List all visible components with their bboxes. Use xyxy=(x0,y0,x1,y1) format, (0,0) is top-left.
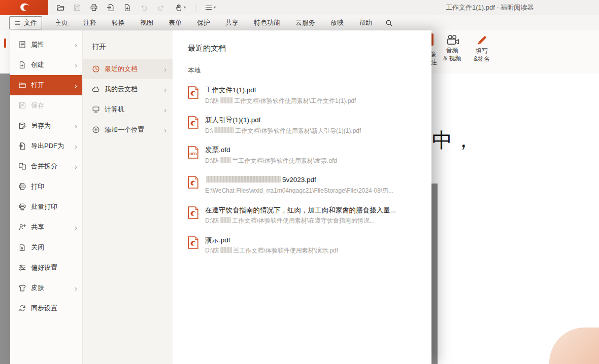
file-menu-item-export-pdf[interactable]: 导出PDF为› xyxy=(10,136,82,156)
text-segment: D:\防 xyxy=(205,97,219,104)
document-page: 中， xyxy=(425,74,599,184)
menubar-item-6[interactable]: 共享 xyxy=(218,18,246,27)
file-menu-item-properties[interactable]: 属性› xyxy=(10,34,82,55)
file-menu-item-label: 合并拆分 xyxy=(31,162,57,171)
open-panel-item-label: 我的云文档 xyxy=(105,85,138,94)
menubar-item-1[interactable]: 注释 xyxy=(76,18,104,27)
svg-text:OFD: OFD xyxy=(189,152,196,156)
chevron-right-icon: › xyxy=(75,82,77,89)
save-button xyxy=(70,1,84,14)
file-name: 新人引导(1)(1).pdf xyxy=(205,115,361,125)
file-menu-item-label: 批量打印 xyxy=(31,202,57,211)
menubar-item-2[interactable]: 转换 xyxy=(104,18,132,27)
export-pdf-button[interactable] xyxy=(104,1,117,14)
file-menu-item-save-as[interactable]: 另存为› xyxy=(10,116,82,136)
foxit-swirl-icon xyxy=(19,2,30,13)
file-menu-item-label: 导出PDF为 xyxy=(31,141,64,151)
file-menu-item-preferences[interactable]: 偏好设置 xyxy=(10,258,82,278)
file-path: D:\防工作文档\体验软件使用素材\在遵守饮食指南的情况... xyxy=(205,217,396,225)
menubar-item-0[interactable]: 主页 xyxy=(47,18,76,27)
file-info: 新人引导(1)(1).pdfD:\工作文档\体验软件使用素材\新人引导(1)(1… xyxy=(205,115,361,135)
recent-file-row[interactable]: OFD发票.ofdD:\防兰工作文档\体验软件使用素材\发票.ofd xyxy=(188,140,420,170)
menubar-item-3[interactable]: 视图 xyxy=(132,18,161,27)
menubar-item-9[interactable]: 放映 xyxy=(323,18,351,27)
menubar-item-8[interactable]: 云服务 xyxy=(288,18,323,27)
file-menu-item-sync[interactable]: 同步设置 xyxy=(10,298,82,318)
recent-file-row[interactable]: 5v2023.pdfE:\WeChat Files\wxid_rra1m04nq… xyxy=(188,170,420,200)
text-segment: 5v2023.pdf xyxy=(282,176,316,184)
pdf-file-icon xyxy=(188,236,198,249)
file-name: 发票.ofd xyxy=(205,145,337,155)
menubar-item-10[interactable]: 帮助 xyxy=(351,18,380,27)
open-panel-item-add-place[interactable]: 添加一个位置› xyxy=(83,120,173,140)
menubar-item-5[interactable]: 保护 xyxy=(189,18,218,27)
open-panel-item-recent-docs[interactable]: 最近的文档› xyxy=(83,59,173,79)
recent-file-row[interactable]: 在遵守饮食指南的情况下，红肉，加工肉和家禽的膳食摄入量...D:\防工作文档\体… xyxy=(188,200,420,230)
recent-file-row[interactable]: 演示.pdfD:\防兰工作文档\体验软件使用素材\演示.pdf xyxy=(188,230,420,260)
file-menu-item-batch-print[interactable]: 批量打印 xyxy=(10,197,82,217)
clock-icon xyxy=(92,65,100,73)
open-options-list: 最近的文档›我的云文档›计算机›添加一个位置› xyxy=(83,59,173,140)
print-button[interactable] xyxy=(87,1,101,14)
file-menu-item-label: 打开 xyxy=(31,81,44,90)
file-menu-item-close[interactable]: 关闭 xyxy=(10,237,82,258)
chevron-down-icon: ▾ xyxy=(214,6,216,10)
menubar-item-7[interactable]: 特色功能 xyxy=(246,18,288,27)
recent-file-row[interactable]: 新人引导(1)(1).pdfD:\工作文档\体验软件使用素材\新人引导(1)(1… xyxy=(188,110,420,140)
hand-tool-icon xyxy=(175,4,183,12)
recent-file-row[interactable]: 工作文件1(1).pdfD:\防工作文档\体验软件使用素材\工作文件1(1).p… xyxy=(188,80,420,110)
ofd-file-icon: OFD xyxy=(188,146,198,159)
menubar-item-4[interactable]: 表单 xyxy=(161,18,189,27)
file-menu-item-skin[interactable]: 皮肤› xyxy=(10,278,82,298)
quick-toolbar: ▾ ▾ xyxy=(53,1,220,14)
skin-icon xyxy=(18,284,26,292)
chevron-right-icon: › xyxy=(75,142,77,150)
add-place-icon xyxy=(92,126,100,134)
foxit-reader-window: ▾ ▾ 工作文件1(1).pdf - 福昕阅读器 文件 主页注释转换视图表单保护… xyxy=(0,0,599,364)
file-menu-tab[interactable]: 文件 xyxy=(9,16,42,29)
undo-icon xyxy=(140,4,148,12)
open-file-button[interactable] xyxy=(53,1,67,14)
censored-text xyxy=(220,97,233,103)
file-menu-item-open[interactable]: 打开› xyxy=(10,75,82,95)
text-segment: D:\防 xyxy=(205,157,219,164)
video-camera-icon xyxy=(446,34,459,46)
foxit-logo[interactable] xyxy=(0,0,48,15)
file-menu-item-merge-split[interactable]: 合并拆分› xyxy=(10,156,82,176)
file-info: 在遵守饮食指南的情况下，红肉，加工肉和家禽的膳食摄入量...D:\防工作文档\体… xyxy=(205,205,396,225)
pdf-file-icon xyxy=(188,176,198,189)
magnifier-icon xyxy=(385,19,393,27)
pdf-file-icon xyxy=(188,86,198,99)
open-panel-item-cloud-docs[interactable]: 我的云文档› xyxy=(83,79,173,99)
create-icon xyxy=(18,61,26,69)
ribbon-button-label: & 视频 xyxy=(443,54,461,62)
document-image xyxy=(549,327,599,364)
file-path: D:\防工作文档\体验软件使用素材\工作文件1(1).pdf xyxy=(205,97,356,105)
file-menu-item-label: 属性 xyxy=(31,40,44,49)
file-menu-item-share[interactable]: 共享› xyxy=(10,217,82,237)
view-mode-button[interactable]: ▾ xyxy=(201,1,220,14)
file-menu-item-create[interactable]: 创建› xyxy=(10,55,82,75)
file-name: 在遵守饮食指南的情况下，红肉，加工肉和家禽的膳食摄入量... xyxy=(205,205,396,215)
ribbon-button-fill-sign[interactable]: 填写&签名 xyxy=(468,32,495,71)
text-segment: 工作文档\体验软件使用素材\在遵守饮食指南的情况... xyxy=(232,217,375,224)
hamburger-icon xyxy=(14,20,21,26)
hand-tool-button[interactable]: ▾ xyxy=(171,1,190,14)
open-panel-item-computer[interactable]: 计算机› xyxy=(83,99,173,120)
file-menu-list: 属性›创建›打开›保存另存为›导出PDF为›合并拆分›打印批量打印共享›关闭偏好… xyxy=(10,30,82,364)
save-icon xyxy=(18,101,26,110)
text-segment: 演示.pdf xyxy=(205,236,230,244)
chevron-right-icon: › xyxy=(164,65,167,73)
local-section-label: 本地 xyxy=(188,66,420,75)
open-submenu: 打开 最近的文档›我的云文档›计算机›添加一个位置› xyxy=(82,30,173,364)
text-segment: D:\防 xyxy=(205,217,219,224)
new-document-button[interactable] xyxy=(120,1,134,14)
search-button[interactable] xyxy=(382,16,396,30)
text-segment: D:\ xyxy=(205,127,213,134)
file-tab-label: 文件 xyxy=(24,18,37,27)
file-menu-item-print[interactable]: 打印 xyxy=(10,176,82,197)
file-path: D:\工作文档\体验软件使用素材\新人引导(1)(1).pdf xyxy=(205,127,361,135)
ribbon-button-audio-video[interactable]: 音频& 视频 xyxy=(438,32,467,71)
text-segment: 兰工作文档\体验软件使用素材\发票.ofd xyxy=(232,157,337,164)
ribbon-button-label: &签名 xyxy=(474,55,490,63)
